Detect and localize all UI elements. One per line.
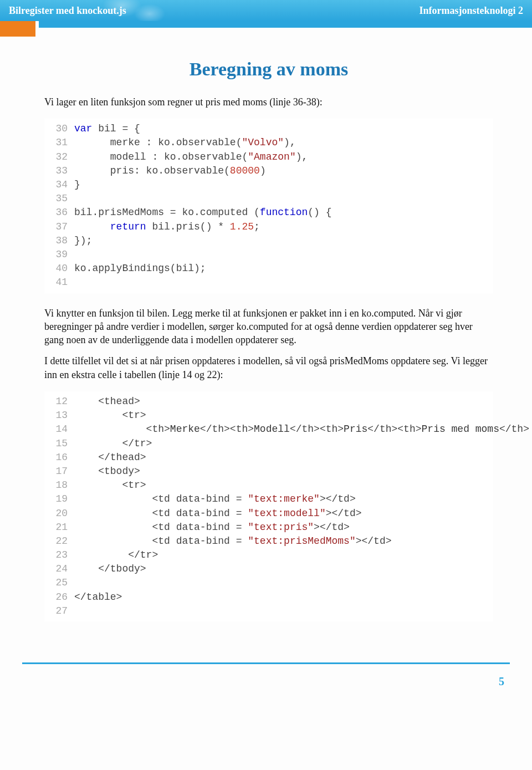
code-text	[74, 276, 493, 289]
line-number: 33	[44, 164, 74, 178]
line-number: 24	[44, 562, 74, 576]
code-text: <td data-bind = "text:pris"></td>	[74, 521, 493, 534]
line-number: 16	[44, 451, 74, 465]
line-number: 17	[44, 465, 74, 478]
line-number: 12	[44, 395, 74, 409]
code-line: 26</table>	[44, 590, 493, 604]
line-number: 25	[44, 576, 74, 590]
code-line: 31 merke : ko.observable("Volvo"),	[44, 136, 493, 150]
code-line: 15 </tr>	[44, 437, 493, 451]
code-line: 25	[44, 576, 493, 590]
code-text: ko.applyBindings(bil);	[74, 262, 493, 276]
line-number: 32	[44, 150, 74, 164]
page-content: Beregning av moms Vi lager en liten funk…	[0, 37, 532, 657]
code-text: <th>Merke</th><th>Modell</th><th>Pris</t…	[74, 422, 529, 436]
code-line: 40ko.applyBindings(bil);	[44, 262, 493, 276]
code-text: <tr>	[74, 409, 493, 422]
code-block-html: 12 <thead>13 <tr>14 <th>Merke</th><th>Mo…	[44, 391, 493, 621]
code-line: 24 </tbody>	[44, 562, 493, 576]
code-text: </tr>	[74, 437, 493, 451]
code-line: 17 <tbody>	[44, 465, 493, 478]
line-number: 13	[44, 409, 74, 422]
code-text: pris: ko.observable(80000)	[74, 164, 493, 178]
code-line: 20 <td data-bind = "text:modell"></td>	[44, 507, 493, 521]
code-text: }	[74, 178, 493, 192]
code-line: 19 <td data-bind = "text:merke"></td>	[44, 492, 493, 506]
code-line: 18 <tr>	[44, 478, 493, 492]
line-number: 40	[44, 262, 74, 276]
line-number: 38	[44, 234, 74, 248]
code-line: 14 <th>Merke</th><th>Modell</th><th>Pris…	[44, 422, 493, 436]
line-number: 31	[44, 136, 74, 150]
code-text: <td data-bind = "text:prisMedMoms"></td>	[74, 534, 493, 548]
intro-paragraph: Vi lager en liten funksjon som regner ut…	[44, 95, 493, 109]
code-text: <tr>	[74, 478, 493, 492]
code-line: 36bil.prisMedMoms = ko.computed (functio…	[44, 206, 493, 220]
line-number: 27	[44, 604, 74, 618]
code-line: 30var bil = {	[44, 122, 493, 136]
code-block-js: 30var bil = {31 merke : ko.observable("V…	[44, 119, 493, 293]
line-number: 30	[44, 122, 74, 136]
header-right: Informasjonsteknologi 2	[419, 5, 523, 17]
line-number: 21	[44, 521, 74, 534]
line-number: 20	[44, 507, 74, 521]
code-line: 13 <tr>	[44, 409, 493, 422]
page-header: Bilregister med knockout.js Informasjons…	[0, 0, 532, 21]
code-text	[74, 192, 493, 206]
line-number: 22	[44, 534, 74, 548]
line-number: 18	[44, 478, 74, 492]
code-text	[74, 604, 493, 618]
code-line: 37 return bil.pris() * 1.25;	[44, 220, 493, 234]
line-number: 35	[44, 192, 74, 206]
code-line: 35	[44, 192, 493, 206]
line-number: 37	[44, 220, 74, 234]
code-line: 21 <td data-bind = "text:pris"></td>	[44, 521, 493, 534]
code-line: 39	[44, 248, 493, 262]
code-line: 41	[44, 276, 493, 289]
code-text: </thead>	[74, 451, 493, 465]
code-text: <td data-bind = "text:modell"></td>	[74, 507, 493, 521]
code-line: 38});	[44, 234, 493, 248]
line-number: 36	[44, 206, 74, 220]
code-text: modell : ko.observable("Amazon"),	[74, 150, 493, 164]
code-line: 27	[44, 604, 493, 618]
line-number: 14	[44, 422, 74, 436]
code-text: return bil.pris() * 1.25;	[74, 220, 493, 234]
code-text: <tbody>	[74, 465, 493, 478]
code-line: 23 </tr>	[44, 548, 493, 562]
paragraph-3: I dette tilfellet vil det si at når pris…	[44, 354, 493, 381]
code-text: </tbody>	[74, 562, 493, 576]
code-text: <thead>	[74, 395, 493, 409]
code-text: <td data-bind = "text:merke"></td>	[74, 492, 493, 506]
code-text	[74, 248, 493, 262]
line-number: 15	[44, 437, 74, 451]
line-number: 41	[44, 276, 74, 289]
code-line: 22 <td data-bind = "text:prisMedMoms"></…	[44, 534, 493, 548]
code-text: bil.prisMedMoms = ko.computed (function(…	[74, 206, 493, 220]
code-text: </tr>	[74, 548, 493, 562]
page-title: Beregning av moms	[44, 59, 493, 80]
code-text: var bil = {	[74, 122, 493, 136]
line-number: 34	[44, 178, 74, 192]
code-line: 16 </thead>	[44, 451, 493, 465]
code-text: merke : ko.observable("Volvo"),	[74, 136, 493, 150]
code-text	[74, 576, 493, 590]
line-number: 19	[44, 492, 74, 506]
line-number: 39	[44, 248, 74, 262]
code-text: </table>	[74, 590, 493, 604]
code-line: 32 modell : ko.observable("Amazon"),	[44, 150, 493, 164]
code-line: 33 pris: ko.observable(80000)	[44, 164, 493, 178]
header-accent	[0, 21, 532, 37]
code-text: });	[74, 234, 493, 248]
paragraph-2: Vi knytter en funksjon til bilen. Legg m…	[44, 307, 493, 347]
line-number: 23	[44, 548, 74, 562]
code-line: 12 <thead>	[44, 395, 493, 409]
page-number: 5	[0, 664, 532, 701]
code-line: 34}	[44, 178, 493, 192]
header-left: Bilregister med knockout.js	[9, 5, 126, 17]
line-number: 26	[44, 590, 74, 604]
